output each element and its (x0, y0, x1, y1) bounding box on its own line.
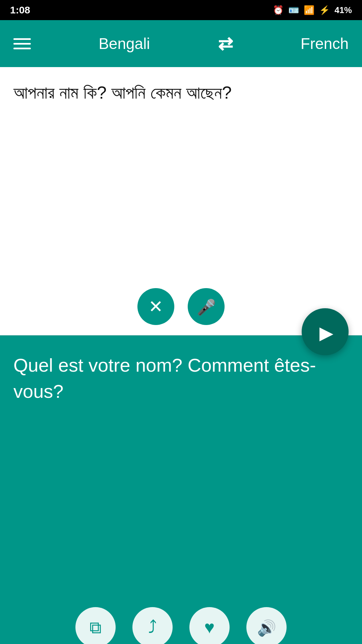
sim-icon: 🪪 (288, 5, 299, 15)
translated-text: Quel est votre nom? Comment êtes-vous? (13, 352, 349, 405)
source-action-buttons (137, 288, 225, 325)
swap-icon: ⇄ (218, 33, 233, 54)
translate-button[interactable] (302, 308, 349, 355)
share-icon (148, 617, 157, 637)
heart-icon (204, 617, 215, 637)
menu-line-1 (13, 38, 31, 40)
clear-button[interactable] (137, 288, 174, 325)
output-panel: Quel est votre nom? Comment êtes-vous? (0, 335, 362, 644)
mic-icon (197, 297, 216, 317)
source-panel (0, 67, 362, 335)
swap-languages-button[interactable]: ⇄ (218, 33, 233, 54)
menu-line-3 (13, 48, 31, 49)
target-language-selector[interactable]: French (301, 35, 349, 53)
status-bar: 1:08 ⏰ 🪪 📶 ⚡ 41% (0, 0, 362, 20)
microphone-button[interactable] (188, 288, 225, 325)
charge-icon: ⚡ (319, 5, 330, 15)
signal-icon: 📶 (304, 5, 314, 15)
menu-button[interactable] (13, 38, 31, 49)
toolbar: Bengali ⇄ French (0, 20, 362, 67)
status-icons: ⏰ 🪪 📶 ⚡ 41% (273, 5, 352, 15)
copy-icon (89, 617, 102, 638)
source-language-selector[interactable]: Bengali (99, 35, 150, 53)
speaker-icon (257, 617, 276, 637)
clear-icon (148, 297, 163, 317)
copy-button[interactable] (75, 607, 116, 644)
share-button[interactable] (132, 607, 173, 644)
battery-percent: 41% (335, 5, 352, 15)
speaker-button[interactable] (246, 607, 287, 644)
output-action-buttons (75, 607, 287, 644)
status-time: 1:08 (10, 4, 30, 16)
send-icon (317, 320, 334, 344)
menu-line-2 (13, 43, 31, 45)
alarm-icon: ⏰ (273, 5, 284, 15)
favorite-button[interactable] (189, 607, 230, 644)
